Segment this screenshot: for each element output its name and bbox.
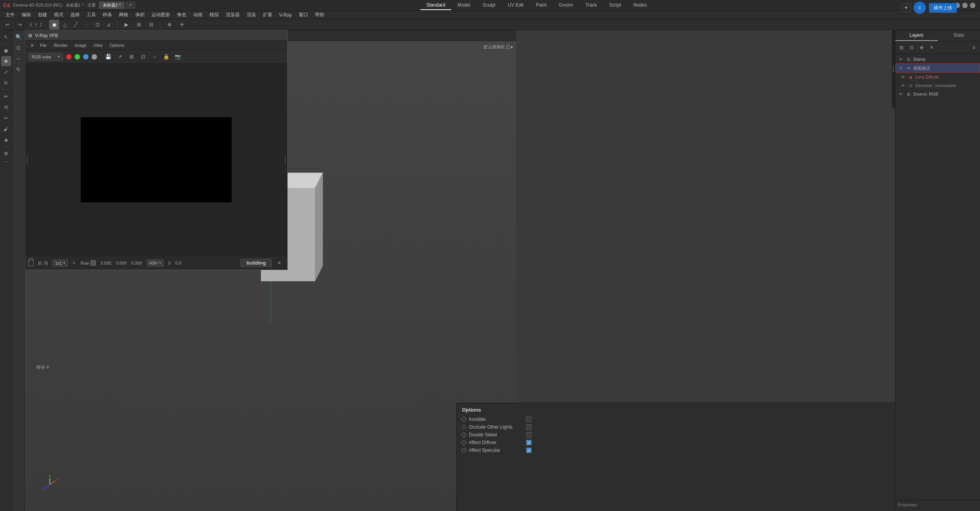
vfb-grid-button[interactable]: ⊞ xyxy=(126,52,136,62)
polygon-pen-tool[interactable]: ✏ xyxy=(1,91,11,101)
camera-move-tool[interactable]: ↔ xyxy=(14,53,24,63)
vfb-menu-image[interactable]: Image xyxy=(72,42,90,48)
color-dot-grey[interactable] xyxy=(92,54,97,60)
menu-mograph[interactable]: 运动图形 xyxy=(148,11,173,19)
vfb-hamburger-menu[interactable]: ≡ xyxy=(28,42,36,48)
bend-tool[interactable]: ⌒ xyxy=(1,159,11,169)
add-effect-button[interactable]: ⊕ xyxy=(917,43,926,52)
menu-mode[interactable]: 模式 xyxy=(51,11,66,19)
move-tool[interactable]: ✛ xyxy=(1,56,11,66)
coord-x-label[interactable]: X xyxy=(29,22,32,27)
snap-button[interactable]: ⊕ xyxy=(164,20,174,30)
color-dot-green[interactable] xyxy=(75,54,80,60)
menu-volume[interactable]: 体积 xyxy=(132,11,148,19)
vfb-left-resize-handle[interactable] xyxy=(27,156,28,164)
option-checkbox-affect-diffuse[interactable] xyxy=(526,440,532,445)
render-region-button[interactable]: ⊞ xyxy=(134,20,144,30)
vfb-lock-item[interactable] xyxy=(28,260,34,266)
rgb-color-dropdown[interactable]: RGB color ▾ xyxy=(28,53,63,61)
sculpt-tool[interactable]: ⟲ xyxy=(1,102,11,112)
point-mode-button[interactable]: · xyxy=(82,20,92,30)
knife-tool[interactable]: ✂ xyxy=(1,113,11,123)
layer-item-lens[interactable]: 👁 ◈ Lens Effects xyxy=(895,73,980,81)
layer-vis-denoiser[interactable]: 👁 xyxy=(900,82,906,89)
redo-button[interactable]: ↪ xyxy=(15,20,25,30)
polygon-mode-button[interactable]: △ xyxy=(60,20,70,30)
vfb-hsv-dropdown[interactable]: HSV ▾ xyxy=(147,260,164,267)
rpanel-tab-stats[interactable]: Stats xyxy=(938,30,980,41)
upload-plugin-button[interactable]: 插件上传 xyxy=(929,3,957,13)
uv-mode-button[interactable]: ⊡ xyxy=(92,20,102,30)
rpanel-tab-layers[interactable]: Layers xyxy=(895,30,938,41)
undo-button[interactable]: ↩ xyxy=(2,20,12,30)
vfb-titlebar[interactable]: ⊞ V-Ray VFB xyxy=(25,31,287,41)
frame-all-tool[interactable]: ⊡ xyxy=(14,43,24,53)
color-dot-blue[interactable] xyxy=(83,54,89,60)
layer-item-source[interactable]: 👁 ⊟ Source: RGB xyxy=(895,90,980,98)
tab-nodes[interactable]: Nodes xyxy=(627,1,653,10)
layer-item-stamp[interactable]: 👁 ⊡ Stamp xyxy=(895,55,980,63)
tweak-mode-button[interactable]: ⊿ xyxy=(103,20,113,30)
user-avatar[interactable]: C xyxy=(914,2,926,14)
menu-renderer[interactable]: 渲染器 xyxy=(223,11,243,19)
menu-spline[interactable]: 样条 xyxy=(100,11,115,19)
menu-extend[interactable]: 扩展 xyxy=(260,11,275,19)
vfb-menu-view[interactable]: View xyxy=(90,42,106,48)
vfb-camera-button[interactable]: 📷 xyxy=(173,52,183,62)
orbit-tool[interactable]: ↻ xyxy=(14,64,24,74)
menu-window[interactable]: 窗口 xyxy=(296,11,311,19)
vfb-camera-lock-button[interactable]: 🔒 xyxy=(161,52,171,62)
coord-y-label[interactable]: Y xyxy=(34,22,37,27)
vfb-frame-button[interactable]: ⊡ xyxy=(138,52,148,62)
close-button[interactable] xyxy=(970,3,975,8)
axis-button[interactable]: ✛ xyxy=(177,20,187,30)
doc-tab-active[interactable]: 未标题1 * xyxy=(99,2,124,9)
edge-mode-button[interactable]: ╱ xyxy=(71,20,81,30)
vfb-menu-options[interactable]: Options xyxy=(106,42,127,48)
menu-select[interactable]: 选择 xyxy=(67,11,83,19)
menu-mesh[interactable]: 网格 xyxy=(116,11,131,19)
vfb-menu-render[interactable]: Render xyxy=(51,42,71,48)
add-tab-button[interactable]: + xyxy=(902,3,910,12)
vfb-export-button[interactable]: ↗ xyxy=(115,52,125,62)
menu-file[interactable]: 文件 xyxy=(2,11,18,19)
layer-vis-lens[interactable]: 👁 xyxy=(900,74,906,80)
tab-standard[interactable]: Standard xyxy=(420,1,452,10)
layer-vis-stamp[interactable]: 👁 xyxy=(898,56,904,62)
menu-tools[interactable]: 工具 xyxy=(84,11,99,19)
raw-checkbox[interactable] xyxy=(90,260,96,266)
vfb-flip-button[interactable]: ↔ xyxy=(150,52,160,62)
magnet-tool[interactable]: ⊛ xyxy=(1,148,11,158)
vfb-save-button[interactable]: 💾 xyxy=(103,52,113,62)
select-tool[interactable]: ↖ xyxy=(1,32,11,42)
live-select-tool[interactable]: ◉ xyxy=(1,45,11,55)
layer-list-button[interactable]: ≡ xyxy=(969,43,978,52)
vfb-menu-file[interactable]: File xyxy=(37,42,50,48)
tab-script[interactable]: Script xyxy=(603,1,627,10)
tab-paint[interactable]: Paint xyxy=(530,1,552,10)
maximize-button[interactable] xyxy=(962,3,968,8)
layer-item-denoiser[interactable]: 👁 ⊡ Denoiser: unavailable xyxy=(895,81,980,90)
render-button[interactable]: ▶ xyxy=(121,20,131,30)
vfb-list-button[interactable]: ≡ xyxy=(274,258,284,268)
layer-item-color-correct[interactable]: 👁 ✏ 色彩校正 xyxy=(895,63,980,73)
new-tab-button[interactable]: + xyxy=(125,2,135,9)
menu-render[interactable]: 渲染 xyxy=(244,11,259,19)
object-mode-button[interactable]: ◉ xyxy=(49,20,59,30)
rotate-tool[interactable]: ↻ xyxy=(1,78,11,88)
menu-character[interactable]: 角色 xyxy=(174,11,189,19)
add-folder-button[interactable]: ⊡ xyxy=(907,43,916,52)
vfb-right-resize-handle[interactable] xyxy=(285,156,286,164)
menu-edit[interactable]: 编辑 xyxy=(19,11,34,19)
option-checkbox-invisible[interactable] xyxy=(526,417,532,422)
material-tool[interactable]: ◈ xyxy=(1,135,11,145)
layers-scroll-handle[interactable] xyxy=(892,30,895,108)
zoom-tool[interactable]: 🔍 xyxy=(14,32,24,42)
menu-create[interactable]: 创建 xyxy=(35,11,50,19)
add-layer-button[interactable]: ⊞ xyxy=(897,43,906,52)
paint-tool[interactable]: 🖌 xyxy=(1,124,11,134)
delete-layer-button[interactable]: ✕ xyxy=(927,43,936,52)
menu-simulate[interactable]: 模拟 xyxy=(206,11,222,19)
color-dot-red[interactable] xyxy=(66,54,72,60)
tab-model[interactable]: Model xyxy=(451,1,476,10)
